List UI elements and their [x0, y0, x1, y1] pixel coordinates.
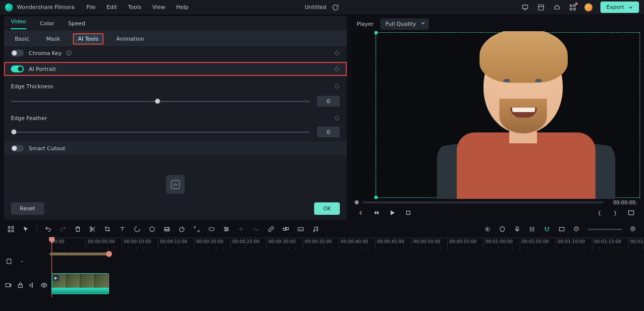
- brace-open-icon[interactable]: {: [595, 209, 603, 217]
- avatar[interactable]: [585, 3, 592, 11]
- subtitle-icon[interactable]: [297, 225, 305, 233]
- menu-view[interactable]: View: [152, 4, 165, 10]
- denoise-icon[interactable]: [252, 225, 260, 233]
- playhead-scrubber[interactable]: 00:00:00:: [352, 199, 640, 206]
- svg-rect-35: [18, 285, 22, 287]
- menu-file[interactable]: File: [87, 4, 96, 10]
- render-icon[interactable]: [483, 225, 491, 233]
- aspect-icon[interactable]: [558, 225, 566, 233]
- svg-point-26: [314, 230, 315, 231]
- edge-feather-value[interactable]: 0: [317, 126, 340, 137]
- tab-video[interactable]: Video: [11, 18, 26, 29]
- video-clip[interactable]: ▶: [52, 273, 109, 294]
- keyframe-icon[interactable]: [334, 66, 340, 72]
- mic-icon[interactable]: [513, 225, 521, 233]
- subtab-ai-tools[interactable]: AI Tools: [73, 33, 103, 45]
- mute-icon[interactable]: [29, 281, 36, 289]
- ok-button[interactable]: OK: [314, 202, 340, 215]
- svg-rect-1: [538, 4, 544, 10]
- smart-cutout-icon[interactable]: [166, 175, 185, 194]
- grid-icon[interactable]: [7, 225, 15, 233]
- delete-icon[interactable]: [74, 225, 82, 233]
- cloud-icon[interactable]: [553, 3, 561, 11]
- subtab-mask[interactable]: Mask: [42, 34, 64, 44]
- zoom-out-icon[interactable]: [573, 225, 581, 233]
- cursor-icon[interactable]: [22, 225, 30, 233]
- redo-icon[interactable]: [59, 225, 67, 233]
- stop-icon[interactable]: [404, 209, 412, 217]
- chroma-key-label: Chroma Key: [29, 50, 62, 57]
- chroma-key-toggle[interactable]: [11, 50, 24, 57]
- refresh-icon[interactable]: [331, 3, 339, 11]
- crop-icon[interactable]: [104, 225, 111, 233]
- speed-icon[interactable]: [178, 225, 186, 233]
- freeze-icon[interactable]: [163, 225, 171, 233]
- subtab-animation[interactable]: Animation: [112, 34, 148, 44]
- quality-dropdown[interactable]: Full Quality: [380, 18, 429, 30]
- group-icon[interactable]: [282, 225, 290, 233]
- play-icon[interactable]: [388, 209, 396, 217]
- fullscreen-icon[interactable]: [627, 209, 635, 217]
- undo-icon[interactable]: [44, 225, 52, 233]
- chain-icon[interactable]: [18, 257, 26, 265]
- tab-speed[interactable]: Speed: [68, 20, 85, 27]
- text-icon[interactable]: [118, 225, 126, 233]
- zoom-in-icon[interactable]: [629, 225, 637, 233]
- eye-icon[interactable]: [41, 281, 48, 289]
- play-back-icon[interactable]: [373, 209, 380, 217]
- prev-frame-icon[interactable]: [357, 209, 365, 217]
- edge-feather-row: Edge Feather: [4, 111, 347, 125]
- split-icon[interactable]: [89, 225, 97, 233]
- timeline-toolbar: [0, 222, 644, 237]
- brace-close-icon[interactable]: }: [611, 209, 619, 217]
- apps-icon[interactable]: [569, 3, 577, 11]
- range-selector[interactable]: [50, 252, 109, 255]
- keyframe-icon[interactable]: [334, 83, 340, 89]
- music-icon[interactable]: [312, 225, 320, 233]
- edge-thickness-slider[interactable]: [11, 101, 310, 102]
- track-headers: [0, 249, 50, 297]
- video-track-icon[interactable]: [5, 281, 12, 289]
- magnet-icon[interactable]: [543, 225, 551, 233]
- adjust-icon[interactable]: [222, 225, 230, 233]
- rotate-icon[interactable]: [133, 225, 141, 233]
- preview[interactable]: [352, 31, 640, 199]
- zoom-slider[interactable]: [588, 229, 622, 230]
- project-name: Untitled: [305, 4, 326, 10]
- svg-rect-10: [8, 227, 10, 229]
- lock-icon[interactable]: [17, 281, 24, 289]
- info-icon[interactable]: [65, 49, 73, 57]
- timeline-ruler[interactable]: [50, 238, 644, 249]
- color-icon[interactable]: [148, 225, 156, 233]
- layout-icon[interactable]: [537, 3, 545, 11]
- chevron-down-icon: [628, 5, 633, 10]
- chroma-key-row: Chroma Key: [4, 46, 347, 60]
- svg-rect-11: [12, 227, 14, 229]
- menu-edit[interactable]: Edit: [107, 4, 117, 10]
- link-icon[interactable]: [267, 225, 275, 233]
- marker-icon[interactable]: [498, 225, 506, 233]
- display-icon[interactable]: [521, 3, 529, 11]
- reset-button[interactable]: Reset: [11, 202, 44, 215]
- keyframe-icon[interactable]: [334, 115, 340, 121]
- smart-cutout-toggle[interactable]: [11, 145, 24, 152]
- export-button[interactable]: Export: [600, 1, 639, 13]
- menu-help[interactable]: Help: [176, 4, 189, 10]
- edge-thickness-value[interactable]: 0: [317, 96, 340, 107]
- expand-icon[interactable]: [193, 225, 201, 233]
- ai-portrait-toggle[interactable]: [11, 65, 24, 72]
- mask-icon[interactable]: [208, 225, 215, 233]
- smart-cutout-row: Smart Cutout: [4, 141, 347, 155]
- menu-bar: Wondershare Filmora File Edit Tools View…: [0, 0, 644, 14]
- paste-icon[interactable]: [5, 257, 13, 265]
- mixer-icon[interactable]: [528, 225, 536, 233]
- tab-color[interactable]: Color: [40, 20, 54, 27]
- audio-eq-icon[interactable]: [237, 225, 245, 233]
- edge-feather-slider[interactable]: [11, 131, 310, 133]
- subtab-basic[interactable]: Basic: [11, 34, 33, 44]
- svg-point-20: [225, 227, 226, 228]
- menu-tools[interactable]: Tools: [128, 4, 141, 10]
- app-title: Wondershare Filmora: [17, 4, 75, 10]
- keyframe-icon[interactable]: [334, 50, 340, 56]
- inspector-subtabs: Basic Mask AI Tools Animation: [4, 31, 347, 46]
